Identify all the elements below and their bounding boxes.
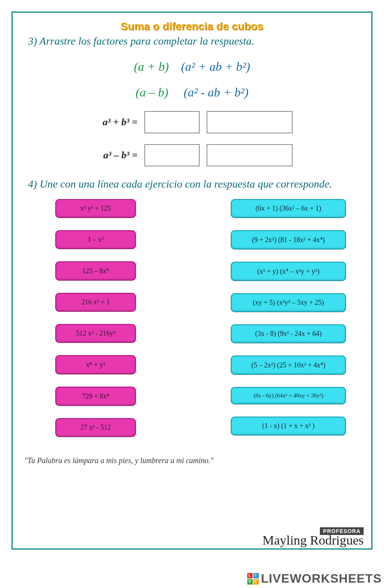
match-right-item[interactable]: (3x - 8) (9x² - 24x + 64) bbox=[231, 324, 346, 343]
match-left-item[interactable]: x³ y³ + 125 bbox=[55, 199, 136, 218]
match-left-item[interactable]: 512 x³ - 216y³ bbox=[55, 324, 136, 343]
dropzone-diff-factor[interactable] bbox=[144, 144, 200, 166]
match-left-column: x³ y³ + 125 1 – x³ 125 – 8x⁶ 216 x³ + 1 … bbox=[28, 199, 163, 437]
draggable-row-2: (a – b) (a² - ab + b²) bbox=[24, 85, 360, 100]
dropzone-sum-factor[interactable] bbox=[144, 111, 200, 133]
match-left-item[interactable]: 216 x³ + 1 bbox=[55, 293, 136, 312]
q3-instruction: 3) Arrastre los factores para completar … bbox=[28, 34, 360, 48]
footer-quote: "Tu Palabra es lámpara a mis pies, y lum… bbox=[24, 456, 360, 465]
drag-factor-aplusb[interactable]: (a + b) bbox=[134, 60, 169, 73]
worksheet-page: Suma o diferencia de cubos 3) Arrastre l… bbox=[12, 12, 372, 550]
match-right-column: (6x + 1) (36x² – 6x + 1) (9 + 2x²) (81 -… bbox=[221, 199, 356, 437]
label-sum-cubes: a³ + b³ = bbox=[91, 116, 137, 128]
drag-factor-aminusb[interactable]: (a – b) bbox=[136, 85, 168, 99]
match-right-item[interactable]: (9 + 2x²) (81 - 18x² + 4x⁴) bbox=[231, 230, 346, 249]
signature-name: Mayling Rodrigues bbox=[263, 533, 364, 547]
match-right-item[interactable]: (6x + 1) (36x² – 6x + 1) bbox=[231, 199, 346, 218]
match-left-item[interactable]: 27 x³ - 512 bbox=[55, 418, 136, 437]
q4-instruction: 4) Une con una línea cada ejercicio con … bbox=[28, 177, 360, 191]
match-left-item[interactable]: 729 + 8x⁶ bbox=[55, 387, 136, 406]
match-left-item[interactable]: 1 – x³ bbox=[55, 230, 136, 249]
drag-expand-diff[interactable]: (a² - ab + b²) bbox=[184, 85, 248, 99]
answer-row-diff: a³ – b³ = bbox=[24, 144, 360, 166]
dropzone-diff-expand[interactable] bbox=[207, 144, 293, 166]
matching-area: x³ y³ + 125 1 – x³ 125 – 8x⁶ 216 x³ + 1 … bbox=[28, 199, 356, 437]
match-left-item[interactable]: x⁶ + y³ bbox=[55, 355, 136, 374]
match-right-item[interactable]: (5 – 2x²) (25 + 10x² + 4x⁴) bbox=[231, 355, 346, 375]
match-right-item[interactable]: (1 - x) (1 + x + x² ) bbox=[231, 417, 346, 435]
match-right-item[interactable]: (xy + 5) (x²y² – 5xy + 25) bbox=[231, 293, 346, 312]
answer-row-sum: a³ + b³ = bbox=[24, 111, 360, 133]
teacher-signature: PROFESORA Mayling Rodrigues bbox=[263, 527, 364, 546]
drag-expand-sum[interactable]: (a² + ab + b²) bbox=[181, 60, 250, 73]
match-right-item[interactable]: (8x - 6y) (64x² + 48xy + 36y²) bbox=[231, 387, 346, 404]
match-left-item[interactable]: 125 – 8x⁶ bbox=[55, 261, 136, 281]
page-title: Suma o diferencia de cubos bbox=[24, 20, 360, 33]
draggable-row-1: (a + b) (a² + ab + b²) bbox=[24, 60, 360, 74]
match-right-item[interactable]: (x² + y) (x⁴ – x²y + y²) bbox=[231, 262, 346, 281]
label-diff-cubes: a³ – b³ = bbox=[91, 149, 137, 161]
dropzone-sum-expand[interactable] bbox=[207, 111, 293, 133]
